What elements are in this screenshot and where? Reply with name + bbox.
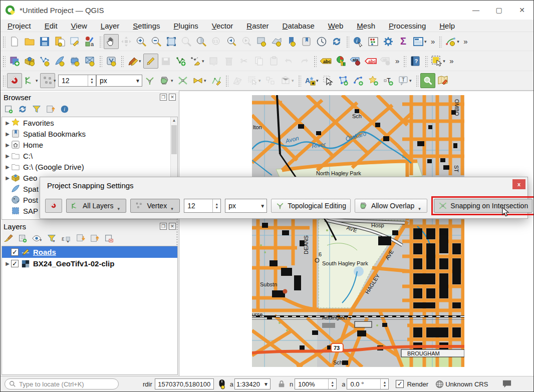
toolbar-grip[interactable] — [298, 75, 301, 87]
mouse-position-icon[interactable] — [217, 378, 227, 389]
processing-toolbox-button[interactable] — [381, 34, 396, 49]
expand-arrow-icon[interactable]: ▶ — [4, 131, 11, 137]
temporal-controller-button[interactable] — [314, 34, 329, 49]
enable-snapping-button[interactable] — [7, 73, 22, 88]
spin-arrows[interactable]: ▲▼ — [380, 379, 388, 389]
form-annotation-dropdown[interactable]: ▾ — [409, 78, 414, 83]
annotation-layer-dropdown[interactable]: ▾ — [316, 78, 321, 83]
snapping-mode-button[interactable] — [22, 73, 37, 88]
layer-row-bx24[interactable]: ▶ ✓ BX24_GeoTifv1-02-clip — [2, 258, 177, 269]
digitize-button[interactable] — [173, 54, 188, 69]
new-geopackage-button[interactable] — [22, 54, 37, 69]
line-annotation-button[interactable] — [351, 73, 366, 88]
scale-combo[interactable]: 1:33420▼ — [234, 378, 271, 389]
remove-layer-icon[interactable] — [104, 233, 114, 243]
toolbar-grip[interactable] — [120, 55, 124, 67]
style-manager-button[interactable]: a — [82, 34, 97, 49]
dialog-type-button[interactable]: Vertex▾ — [130, 199, 180, 213]
new-mesh-layer-button[interactable] — [67, 54, 82, 69]
snapping-type-dropdown[interactable]: ▾ — [54, 78, 58, 83]
collapse-all-icon[interactable] — [46, 104, 56, 114]
menu-database[interactable]: Database — [283, 22, 315, 30]
layer-labeling-button[interactable]: abc — [318, 54, 333, 69]
scrollbar-thumb[interactable] — [171, 125, 177, 154]
quickmap-edit-button[interactable] — [435, 73, 450, 88]
expand-all-icon[interactable] — [76, 233, 86, 243]
coordinate-box[interactable]: 1570370,5180100 — [155, 378, 214, 389]
layer-checkbox[interactable]: ✓ — [11, 248, 19, 256]
dialog-snapping-on-intersection-button[interactable]: Snapping on Intersection — [434, 199, 532, 213]
filter-legend-icon[interactable]: ▾ — [47, 233, 57, 243]
identify-features-button[interactable]: i — [351, 34, 366, 49]
self-snapping-button[interactable] — [208, 73, 223, 88]
properties-info-icon[interactable]: i — [60, 104, 70, 114]
layer-checkbox[interactable]: ✓ — [11, 260, 19, 267]
snapping-type-button[interactable] — [40, 73, 55, 88]
toolbar-grip[interactable] — [99, 36, 102, 48]
manage-visibility-icon[interactable]: ▾ — [32, 233, 43, 243]
new-virtual-layer-button[interactable] — [82, 54, 97, 69]
rotation-spinbox[interactable]: 0.0 °▲▼ — [347, 378, 389, 389]
polygon-annotation-button[interactable] — [336, 73, 351, 88]
toggle-editing-button[interactable] — [143, 54, 158, 69]
zoom-out-button[interactable] — [149, 34, 164, 49]
toolbar-overflow[interactable]: » — [431, 37, 435, 46]
magnifier-spinbox[interactable]: 100%▲▼ — [295, 378, 337, 389]
spin-arrows[interactable]: ▲▼ — [328, 379, 336, 389]
expand-arrow-icon[interactable]: ▶ — [4, 175, 11, 181]
snapping-tolerance-spinbox[interactable]: 12▲▼ — [58, 75, 96, 87]
new-spatialite-layer-button[interactable] — [52, 54, 67, 69]
pin-labels-button[interactable]: ab — [348, 54, 363, 69]
dialog-mode-button[interactable]: All Layers▾ — [66, 199, 126, 213]
lock-icon[interactable] — [278, 380, 286, 388]
render-checkbox[interactable]: ✓ — [396, 380, 404, 388]
filter-expression-icon[interactable]: ε▾ — [61, 233, 72, 243]
menu-processing[interactable]: Processing — [389, 22, 426, 30]
statistical-summary-button[interactable] — [366, 34, 381, 49]
form-annotation-button[interactable]: T — [396, 73, 411, 88]
toolbar-grip[interactable] — [403, 55, 406, 67]
expand-arrow-icon[interactable]: ▶ — [4, 164, 11, 170]
menu-help[interactable]: Help — [439, 22, 455, 30]
dialog-enable-snapping-button[interactable] — [45, 199, 62, 213]
dialog-topological-editing-button[interactable]: Topological Editing — [271, 199, 351, 213]
spin-arrows[interactable]: ▲▼ — [212, 199, 220, 212]
zoom-full-button[interactable] — [164, 34, 179, 49]
new-shapefile-layer-button[interactable] — [37, 54, 52, 69]
scroll-up-icon[interactable]: ▲ — [171, 117, 177, 124]
browser-item-c-drive[interactable]: ▶C:\ — [2, 150, 177, 161]
tracing-dropdown[interactable]: ▾ — [204, 78, 208, 83]
crs-label[interactable]: Unknown CRS — [445, 380, 488, 388]
toolbar-overflow[interactable]: » — [449, 57, 453, 65]
refresh-icon[interactable] — [18, 104, 28, 114]
new-print-layout-button[interactable] — [52, 34, 67, 49]
vertex-tool-dropdown[interactable]: ▾ — [457, 39, 461, 44]
toolbar-grip[interactable] — [225, 75, 228, 87]
zoom-to-layer-button[interactable] — [194, 34, 209, 49]
add-group-icon[interactable] — [18, 233, 28, 243]
open-project-button[interactable] — [22, 34, 37, 49]
globe-crs-icon[interactable] — [435, 380, 444, 388]
expand-arrow-icon[interactable]: ▶ — [4, 120, 11, 126]
menu-raster[interactable]: Raster — [246, 22, 269, 30]
messages-bubble-icon[interactable] — [502, 379, 512, 388]
expand-arrow-icon[interactable]: ▶ — [4, 153, 11, 159]
add-layer-icon[interactable] — [4, 104, 14, 114]
new-temporary-scratch-layer-button[interactable] — [104, 54, 119, 69]
pan-map-button[interactable] — [104, 34, 119, 49]
close-panel-icon[interactable]: ✕ — [169, 223, 176, 230]
toolbar-grip[interactable] — [424, 55, 428, 67]
zoom-in-button[interactable] — [134, 34, 149, 49]
expand-arrow-icon[interactable]: ▶ — [4, 142, 11, 148]
select-features-dropdown[interactable]: ▾ — [443, 59, 447, 64]
snapping-on-intersection-button[interactable] — [175, 73, 190, 88]
vertex-tool-menu-button[interactable] — [443, 34, 458, 49]
float-panel-icon[interactable]: ❐ — [160, 94, 167, 101]
new-project-button[interactable] — [7, 34, 22, 49]
menu-project[interactable]: Project — [8, 22, 31, 30]
avoid-overlap-button[interactable] — [157, 73, 172, 88]
minimize-button[interactable]: — — [464, 1, 487, 20]
spin-arrows[interactable]: ▲▼ — [88, 75, 96, 86]
browser-item-home[interactable]: ▶Home — [2, 139, 177, 150]
select-annotation-button[interactable] — [321, 73, 336, 88]
